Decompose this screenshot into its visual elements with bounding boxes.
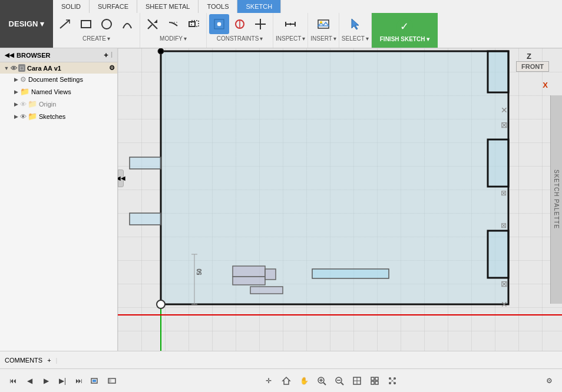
rectangle-tool[interactable] xyxy=(76,14,96,34)
svg-point-10 xyxy=(217,22,222,26)
svg-text:⊠: ⊠ xyxy=(501,279,508,288)
svg-marker-49 xyxy=(283,377,290,384)
measure-tool[interactable] xyxy=(280,14,300,34)
circle-tool[interactable] xyxy=(97,14,117,34)
display-mode-icon[interactable] xyxy=(350,374,364,388)
tree-item-doc-settings[interactable]: ▶ ⚙ Document Settings xyxy=(0,74,117,85)
tab-sketch[interactable]: SKETCH xyxy=(237,0,281,13)
bottom-toolbar: ⏮ ◀ ▶ ▶| ⏭ ✛ ✋ xyxy=(0,368,562,392)
arc-tool[interactable] xyxy=(117,14,137,34)
orientation-icon[interactable]: ✛ xyxy=(262,374,276,388)
svg-rect-23 xyxy=(488,51,508,92)
tree-item-origin[interactable]: ▶ 👁 📁 Origin xyxy=(0,98,117,110)
viewport[interactable]: ✕ ⊠ ⊠ ⊠ ⊠ ✕ xyxy=(118,48,562,351)
svg-point-21 xyxy=(320,21,322,24)
design-button[interactable]: DESIGN ▾ xyxy=(0,0,53,48)
inspect-group: INSPECT ▾ xyxy=(273,13,308,48)
svg-text:⊠: ⊠ xyxy=(501,189,507,197)
skip-to-end-button[interactable]: ⏭ xyxy=(72,374,86,388)
svg-rect-61 xyxy=(375,377,378,380)
main-toolbar: DESIGN ▾ SOLID SURFACE SHEET METAL TOOLS… xyxy=(0,0,562,48)
horizontal-constraint[interactable] xyxy=(250,14,270,34)
comments-plus-icon[interactable]: + xyxy=(47,357,51,364)
step-back-button[interactable]: ◀ xyxy=(22,374,37,388)
tree-settings-icon-cara-aa[interactable]: ⚙ xyxy=(109,64,115,72)
tree-arrow-named-views: ▶ xyxy=(12,89,20,95)
svg-rect-48 xyxy=(109,379,110,383)
tree-label-cara-aa: Cara AA v1 xyxy=(27,65,61,72)
browser-divider-icon: | xyxy=(111,51,113,59)
create-label[interactable]: CREATE ▾ xyxy=(82,35,110,42)
folder-icon-named-views: 📁 xyxy=(20,87,29,96)
circle-constraint[interactable] xyxy=(230,14,250,34)
browser-header-left: ◀◀ BROWSER xyxy=(5,52,50,59)
play-button[interactable]: ▶ xyxy=(39,374,53,388)
create-tools xyxy=(55,14,137,34)
tab-tools[interactable]: TOOLS xyxy=(199,0,237,13)
timeline-icon[interactable] xyxy=(105,374,119,388)
select-label[interactable]: SELECT ▾ xyxy=(342,35,369,42)
tree-label-named-views: Named Views xyxy=(31,88,71,95)
offset-tool[interactable] xyxy=(184,14,204,34)
svg-rect-63 xyxy=(375,381,378,384)
svg-line-4 xyxy=(148,25,152,29)
svg-text:✕: ✕ xyxy=(501,300,508,309)
comments-label: COMMENTS xyxy=(5,357,42,364)
svg-rect-62 xyxy=(371,381,374,384)
tree-arrow-sketches: ▶ xyxy=(12,114,20,119)
sketch-palette-tab[interactable]: SKETCH PALETTE xyxy=(550,95,562,304)
inspect-label[interactable]: INSPECT ▾ xyxy=(276,35,305,42)
tree-item-cara-aa[interactable]: ▼ 👁 □ Cara AA v1 ⚙ xyxy=(0,62,117,74)
tab-surface[interactable]: SURFACE xyxy=(90,0,137,13)
zoom-extent-icon[interactable] xyxy=(315,374,329,388)
folder-icon-origin: 📁 xyxy=(28,99,37,108)
settings-gear-icon[interactable]: ⚙ xyxy=(542,374,556,388)
browser-collapse-icon[interactable]: ◀◀ xyxy=(5,52,14,58)
finish-checkmark: ✓ xyxy=(396,18,413,35)
svg-rect-1 xyxy=(81,21,91,28)
skip-to-start-button[interactable]: ⏮ xyxy=(6,374,20,388)
tree-label-sketches: Sketches xyxy=(39,113,65,120)
pan-icon[interactable]: ✋ xyxy=(297,374,311,388)
tree-item-named-views[interactable]: ▶ 📁 Named Views xyxy=(0,85,117,98)
front-view-indicator[interactable]: FRONT xyxy=(516,61,549,72)
viewport-collapse-left[interactable]: ◀◀ xyxy=(118,170,124,187)
comments-divider: | xyxy=(56,357,58,364)
insert-image-tool[interactable] xyxy=(313,14,333,34)
snap-icon[interactable] xyxy=(385,374,399,388)
step-forward-button[interactable]: ▶| xyxy=(55,374,70,388)
browser-header: ◀◀ BROWSER + | xyxy=(0,48,117,62)
visibility-icon-origin[interactable]: 👁 xyxy=(20,101,27,108)
sketch-active-tool[interactable] xyxy=(209,14,229,34)
browser-plus-icon[interactable]: + xyxy=(104,51,108,59)
toolbar-inner: CREATE ▾ MODIFY ▾ xyxy=(53,13,562,48)
select-group: SELECT ▾ xyxy=(339,13,372,48)
select-tool[interactable] xyxy=(345,14,365,34)
record-mode-icon[interactable] xyxy=(88,374,103,388)
grid-toggle-icon[interactable] xyxy=(368,374,382,388)
trim-tool[interactable] xyxy=(143,14,163,34)
visibility-icon-cara-aa[interactable]: 👁 xyxy=(11,65,17,72)
zoom-search-icon[interactable] xyxy=(332,374,346,388)
tree-label-doc-settings: Document Settings xyxy=(28,76,83,83)
line-tool[interactable] xyxy=(55,14,75,34)
svg-rect-35 xyxy=(233,277,265,285)
tab-solid[interactable]: SOLID xyxy=(53,0,90,13)
extend-tool[interactable] xyxy=(163,14,183,34)
home-view-icon[interactable] xyxy=(279,374,293,388)
select-tools xyxy=(345,14,365,34)
svg-rect-7 xyxy=(189,22,195,26)
insert-label[interactable]: INSERT ▾ xyxy=(310,35,336,42)
finish-sketch-button[interactable]: ✓ FINISH SKETCH ▾ xyxy=(372,13,438,48)
modify-label[interactable]: MODIFY ▾ xyxy=(160,35,187,42)
menu-tabs: SOLID SURFACE SHEET METAL TOOLS SKETCH xyxy=(53,0,281,13)
constraints-label[interactable]: CONSTRAINTS ▾ xyxy=(217,35,263,42)
svg-line-0 xyxy=(60,20,70,28)
svg-marker-22 xyxy=(352,19,359,29)
modify-group: MODIFY ▾ xyxy=(140,13,207,48)
svg-rect-45 xyxy=(92,380,96,382)
tab-sheet-metal[interactable]: SHEET METAL xyxy=(137,0,199,13)
visibility-icon-sketches[interactable]: 👁 xyxy=(20,113,27,120)
tree-item-sketches[interactable]: ▶ 👁 📁 Sketches xyxy=(0,110,117,122)
svg-rect-38 xyxy=(250,287,283,294)
